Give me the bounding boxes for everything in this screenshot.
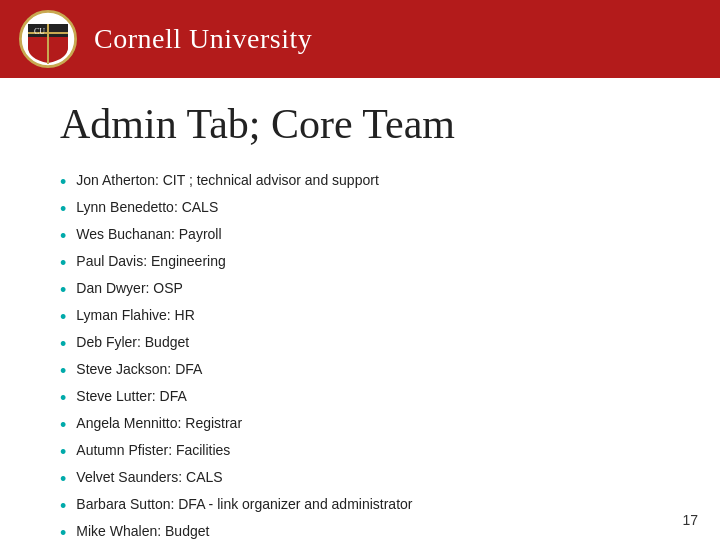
team-member-text: Lyman Flahive: HR — [76, 305, 195, 327]
main-content: Admin Tab; Core Team •Jon Atherton: CIT … — [0, 78, 720, 540]
list-item: •Lyman Flahive: HR — [60, 305, 660, 331]
team-member-text: Dan Dwyer: OSP — [76, 278, 183, 300]
team-list: •Jon Atherton: CIT ; technical advisor a… — [60, 170, 660, 540]
bullet-icon: • — [60, 520, 66, 540]
bullet-icon: • — [60, 358, 66, 385]
bullet-icon: • — [60, 250, 66, 277]
bullet-icon: • — [60, 277, 66, 304]
bullet-icon: • — [60, 196, 66, 223]
list-item: •Wes Buchanan: Payroll — [60, 224, 660, 250]
bullet-icon: • — [60, 385, 66, 412]
team-member-text: Jon Atherton: CIT ; technical advisor an… — [76, 170, 378, 192]
list-item: •Paul Davis: Engineering — [60, 251, 660, 277]
svg-rect-3 — [47, 24, 49, 64]
team-member-text: Steve Lutter: DFA — [76, 386, 187, 408]
team-member-text: Mike Whalen: Budget — [76, 521, 209, 540]
bullet-icon: • — [60, 223, 66, 250]
bullet-icon: • — [60, 493, 66, 520]
list-item: •Autumn Pfister: Facilities — [60, 440, 660, 466]
list-item: •Dan Dwyer: OSP — [60, 278, 660, 304]
list-item: •Steve Jackson: DFA — [60, 359, 660, 385]
list-item: •Jon Atherton: CIT ; technical advisor a… — [60, 170, 660, 196]
bullet-icon: • — [60, 439, 66, 466]
bullet-icon: • — [60, 466, 66, 493]
cornell-logo: CU — [18, 9, 78, 69]
bullet-icon: • — [60, 304, 66, 331]
page-title: Admin Tab; Core Team — [60, 100, 660, 148]
list-item: •Velvet Saunders: CALS — [60, 467, 660, 493]
list-item: •Lynn Benedetto: CALS — [60, 197, 660, 223]
team-member-text: Deb Fyler: Budget — [76, 332, 189, 354]
list-item: •Steve Lutter: DFA — [60, 386, 660, 412]
bullet-icon: • — [60, 169, 66, 196]
bullet-icon: • — [60, 331, 66, 358]
svg-text:CU: CU — [34, 27, 45, 36]
list-item: •Barbara Sutton: DFA - link organizer an… — [60, 494, 660, 520]
team-member-text: Velvet Saunders: CALS — [76, 467, 222, 489]
team-member-text: Paul Davis: Engineering — [76, 251, 225, 273]
team-member-text: Angela Mennitto: Registrar — [76, 413, 242, 435]
list-item: •Angela Mennitto: Registrar — [60, 413, 660, 439]
bullet-icon: • — [60, 412, 66, 439]
header: CU Cornell University — [0, 0, 720, 78]
university-name: Cornell University — [94, 23, 312, 55]
page-number: 17 — [682, 512, 698, 528]
team-member-text: Steve Jackson: DFA — [76, 359, 202, 381]
list-item: •Deb Fyler: Budget — [60, 332, 660, 358]
team-member-text: Autumn Pfister: Facilities — [76, 440, 230, 462]
list-item: •Mike Whalen: Budget — [60, 521, 660, 540]
team-member-text: Wes Buchanan: Payroll — [76, 224, 221, 246]
team-member-text: Barbara Sutton: DFA - link organizer and… — [76, 494, 412, 516]
team-member-text: Lynn Benedetto: CALS — [76, 197, 218, 219]
